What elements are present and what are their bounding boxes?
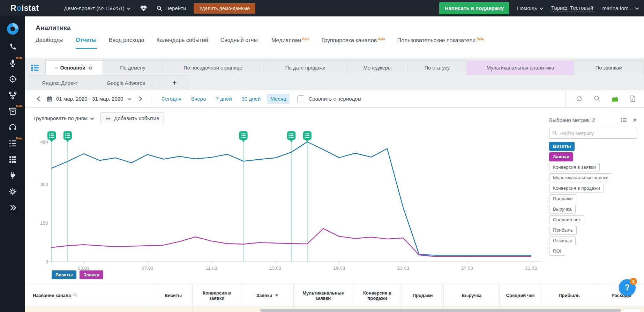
metric-chip-Средний чек[interactable]: Средний чек	[549, 215, 584, 224]
tab-Дашборды[interactable]: Дашборды	[36, 37, 63, 49]
gear-icon[interactable]	[88, 65, 93, 71]
box-icon[interactable]: Beta	[8, 107, 17, 116]
excel-export-icon[interactable]: x	[629, 95, 636, 102]
report-tab-label: По посадочной странице	[184, 65, 242, 71]
plug-icon[interactable]	[8, 171, 17, 180]
metric-chip-Мультиканальные заявки[interactable]: Мультиканальные заявки	[549, 173, 612, 182]
tab-Сводный отчет[interactable]: Сводный отчет	[220, 37, 259, 49]
gear-icon[interactable]	[8, 187, 17, 196]
tab-Отчеты[interactable]: Отчеты	[76, 37, 97, 49]
date-range-picker[interactable]: 01 мар. 2020 - 31 мар. 2020	[46, 95, 131, 102]
report-list-icon[interactable]	[30, 63, 40, 72]
period-Месяц[interactable]: Месяц	[267, 94, 290, 104]
row-list-icon[interactable]	[143, 311, 150, 312]
tab-Группировка каналов[interactable]: Группировка каналовBeta	[322, 37, 385, 49]
metric-chip-ROI[interactable]: ROI	[549, 247, 565, 256]
project-selector[interactable]: Демо-проект (№ 156251)	[64, 5, 130, 11]
report-tab-По статусу[interactable]: По статусу	[407, 60, 467, 75]
microphone-icon[interactable]: Beta	[8, 59, 17, 67]
legend-Визиты[interactable]: Визиты	[52, 270, 76, 279]
help-menu[interactable]: Помощь	[517, 5, 543, 11]
totals-label-cell[interactable]: Итог/Среднее	[25, 307, 154, 312]
metric-chip-Визиты[interactable]: Визиты	[549, 142, 575, 151]
legend-Заявки[interactable]: Заявки	[80, 270, 103, 279]
svg-text:27.03: 27.03	[461, 266, 473, 271]
compare-checkbox[interactable]	[297, 95, 304, 102]
channel-tab-Яндекс.Директ[interactable]: Яндекс.Директ	[28, 75, 92, 90]
channel-tab-Google Adwords[interactable]: Google Adwords	[92, 75, 160, 90]
metrics-list-icon[interactable]	[621, 117, 627, 123]
column-header-Заявки[interactable]: Заявки	[241, 284, 294, 306]
period-Вчера[interactable]: Вчера	[188, 94, 209, 104]
next-period-button[interactable]	[136, 95, 143, 103]
tariff-link[interactable]: Тариф: Тестовый	[551, 5, 593, 12]
column-label: Визиты	[165, 293, 182, 298]
group-by-dropdown[interactable]: Группировать по дням	[33, 115, 93, 121]
column-header-Конверсия в заявки[interactable]: Конверсия в заявки	[193, 284, 241, 306]
phone-icon[interactable]	[8, 43, 17, 51]
tab-Медиаплан[interactable]: МедиапланBeta	[271, 37, 309, 49]
metric-chip-Конверсия в заявки[interactable]: Конверсия в заявки	[549, 163, 600, 172]
column-header-Название канала[interactable]: Название канала	[25, 284, 154, 306]
metric-chip-Прибыль[interactable]: Прибыль	[549, 226, 577, 235]
report-tab-Мультиканальная аналитика[interactable]: Мультиканальная аналитика	[467, 60, 574, 75]
support-button[interactable]: Написать в поддержку	[439, 2, 509, 14]
column-header-Визиты[interactable]: Визиты	[154, 284, 193, 306]
split-icon[interactable]	[8, 91, 17, 100]
pie-logo-icon[interactable]	[6, 22, 19, 35]
period-7 дней[interactable]: 7 дней	[212, 94, 235, 104]
close-icon[interactable]: ×	[633, 118, 637, 123]
report-tab-По домену[interactable]: По домену	[103, 60, 163, 75]
column-label: Конверсия в продажи	[357, 290, 398, 301]
horizontal-scrollbar[interactable]	[260, 309, 621, 312]
column-header-Конверсия в продажи[interactable]: Конверсия в продажи	[353, 284, 402, 306]
period-Сегодня[interactable]: Сегодня	[158, 94, 185, 104]
period-30 дней[interactable]: 30 дней	[238, 94, 264, 104]
metric-chip-Продажи[interactable]: Продажи	[549, 194, 576, 203]
tab-Календарь событий[interactable]: Календарь событий	[156, 37, 208, 49]
target-icon[interactable]	[8, 75, 17, 84]
metric-chip-Расходы[interactable]: Расходы	[549, 236, 576, 245]
metric-chip-Заявки[interactable]: Заявки	[549, 152, 573, 161]
delete-demo-data-button[interactable]: Удалить демо-данные	[194, 3, 255, 14]
add-event-button[interactable]: Добавить событие	[100, 113, 164, 124]
checklist-icon[interactable]: Beta	[8, 139, 17, 148]
svg-text:x: x	[631, 98, 633, 101]
tab-Ввод расхода[interactable]: Ввод расхода	[109, 37, 144, 49]
search-icon[interactable]	[73, 292, 78, 298]
line-chart[interactable]: 015030046403.0307.0311.0315.0319.0323.03…	[32, 129, 555, 277]
column-header-Прибыль[interactable]: Прибыль	[541, 284, 597, 306]
prev-period-button[interactable]	[36, 95, 43, 103]
metric-chip-Выручка[interactable]: Выручка	[549, 205, 576, 214]
chart-view-icon[interactable]	[611, 95, 619, 102]
metric-chip-row: Конверсия в заявки	[549, 163, 637, 172]
beta-badge: Beta	[16, 56, 22, 60]
help-button[interactable]: ? 2	[619, 279, 636, 296]
report-tab-По звонкам[interactable]: По звонкам	[574, 60, 644, 75]
collapse-icon[interactable]	[8, 203, 17, 212]
chat-widget-edge[interactable]	[622, 309, 641, 312]
tab-label: Отчеты	[76, 37, 97, 43]
report-tab-Менеджеры[interactable]: Менеджеры	[348, 60, 408, 75]
app-logo[interactable]: Roistat	[10, 3, 39, 13]
add-channel-tab[interactable]: +	[160, 75, 189, 90]
headset-icon[interactable]	[8, 123, 17, 132]
compare-period-toggle[interactable]: Сравнить с периодом	[297, 95, 361, 102]
metric-search-input[interactable]	[549, 128, 637, 139]
apps-grid-icon[interactable]	[8, 155, 17, 164]
search-icon[interactable]	[593, 95, 601, 102]
column-header-Мультиканальные заявки[interactable]: Мультиканальные заявки	[294, 284, 353, 306]
health-heart-icon[interactable]	[140, 5, 147, 12]
chevron-down-icon	[127, 6, 130, 9]
global-search[interactable]: Перейти	[156, 5, 186, 12]
user-menu[interactable]: marina.fom...	[602, 5, 638, 11]
report-tab-Основной[interactable]: ≡Основной	[45, 60, 103, 75]
column-header-Продажи[interactable]: Продажи	[402, 284, 444, 306]
refresh-icon[interactable]	[576, 95, 583, 102]
tab-Пользовательские показатели[interactable]: Пользовательские показателиBeta	[397, 37, 484, 49]
report-tab-По посадочной странице[interactable]: По посадочной странице	[163, 60, 263, 75]
metric-chip-Конверсия в продажи[interactable]: Конверсия в продажи	[549, 184, 604, 193]
column-header-Выручка[interactable]: Выручка	[444, 284, 500, 306]
report-tab-По дате продажи[interactable]: По дате продажи	[263, 60, 348, 75]
column-header-Средний чек[interactable]: Средний чек	[500, 284, 541, 306]
